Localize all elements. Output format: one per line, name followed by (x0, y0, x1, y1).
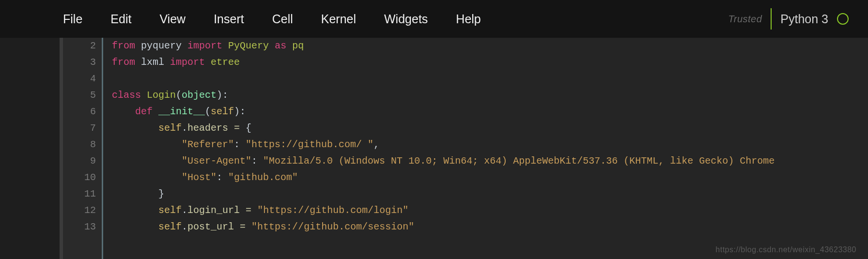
line-number: 10 (63, 169, 102, 186)
code-line[interactable]: self.headers = { (112, 120, 868, 137)
code-line[interactable]: "Referer": "https://github.com/ ", (112, 137, 868, 153)
line-number: 9 (63, 153, 102, 169)
code-cell[interactable]: 2345678910111213 from pyquery import PyQ… (63, 38, 868, 259)
code-line[interactable]: self.login_url = "https://github.com/log… (112, 202, 868, 219)
menu-file[interactable]: File (63, 12, 82, 26)
notebook-body: 2345678910111213 from pyquery import PyQ… (0, 38, 868, 259)
line-number: 5 (63, 87, 102, 104)
menu-insert[interactable]: Insert (214, 12, 244, 26)
code-editor[interactable]: from pyquery import PyQuery as pqfrom lx… (103, 38, 868, 259)
code-line[interactable] (112, 71, 868, 87)
line-number: 2 (63, 38, 102, 54)
status-separator (771, 8, 772, 30)
line-number: 3 (63, 54, 102, 71)
menubar: File Edit View Insert Cell Kernel Widget… (0, 0, 868, 38)
line-number: 4 (63, 71, 102, 87)
prompt-area (0, 38, 63, 259)
code-line[interactable]: from pyquery import PyQuery as pq (112, 38, 868, 54)
line-number: 11 (63, 186, 102, 202)
kernel-name[interactable]: Python 3 (780, 12, 828, 26)
trusted-label: Trusted (728, 14, 762, 25)
menu-cell[interactable]: Cell (272, 12, 293, 26)
menu-help[interactable]: Help (456, 12, 480, 26)
code-line[interactable]: def __init__(self): (112, 104, 868, 120)
line-number: 8 (63, 137, 102, 153)
menu-view[interactable]: View (159, 12, 186, 26)
menu-kernel[interactable]: Kernel (321, 12, 356, 26)
code-line[interactable]: "Host": "github.com" (112, 169, 868, 186)
line-number: 7 (63, 120, 102, 137)
code-line[interactable]: } (112, 186, 868, 202)
code-line[interactable]: self.post_url = "https://github.com/sess… (112, 219, 868, 235)
code-line[interactable]: from lxml import etree (112, 54, 868, 71)
menu-edit[interactable]: Edit (110, 12, 131, 26)
line-number: 13 (63, 219, 102, 235)
kernel-status-block: Trusted Python 3 (728, 0, 849, 38)
line-number-gutter: 2345678910111213 (63, 38, 102, 259)
code-line[interactable]: "User-Agent": "Mozilla/5.0 (Windows NT 1… (112, 153, 868, 169)
kernel-idle-icon[interactable] (837, 13, 849, 25)
watermark: https://blog.csdn.net/weixin_43623380 (715, 245, 856, 254)
code-line[interactable]: class Login(object): (112, 87, 868, 104)
cell-marker (60, 38, 63, 259)
line-number: 12 (63, 202, 102, 219)
menu-widgets[interactable]: Widgets (384, 12, 428, 26)
line-number: 6 (63, 104, 102, 120)
menu-items: File Edit View Insert Cell Kernel Widget… (63, 12, 481, 26)
